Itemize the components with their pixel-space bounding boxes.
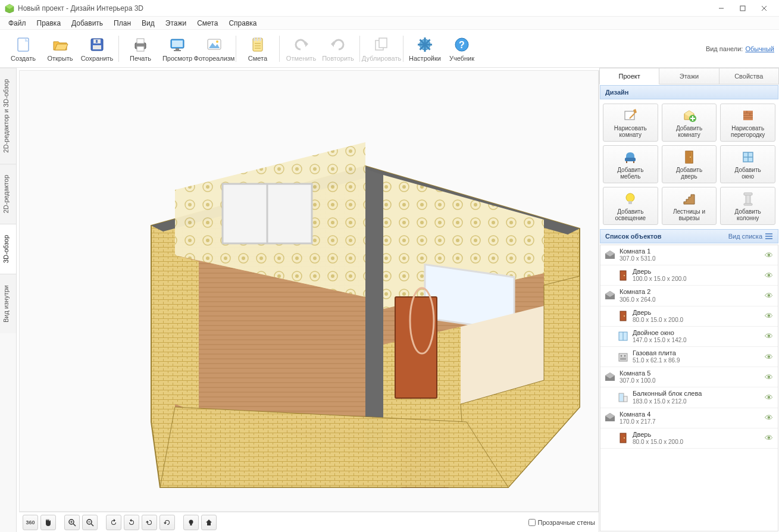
- door-icon: [617, 270, 629, 281]
- design-header-label: Дизайн: [605, 89, 628, 96]
- svg-marker-58: [175, 255, 199, 413]
- object-room[interactable]: Комната 2 306.0 x 264.0 👁: [600, 286, 778, 306]
- svg-rect-24: [256, 37, 258, 41]
- rotate-down-button[interactable]: [159, 515, 175, 530]
- preview-button[interactable]: Просмотр: [159, 32, 196, 65]
- panel-mode-link[interactable]: Обычный: [745, 45, 774, 52]
- preview-icon: [168, 36, 186, 54]
- rotate-up-button[interactable]: [142, 515, 157, 530]
- svg-rect-129: [619, 393, 624, 402]
- visibility-icon[interactable]: 👁: [765, 251, 774, 260]
- list-mode-toggle[interactable]: Вид списка: [728, 232, 773, 240]
- menu-этажи[interactable]: Этажи: [161, 18, 191, 29]
- menu-правка[interactable]: Правка: [32, 18, 66, 29]
- settings-button[interactable]: Настройки: [406, 32, 443, 65]
- vtab-Вид изнутри[interactable]: Вид изнутри: [0, 274, 16, 333]
- stairs-button[interactable]: Лестницы и вырезы: [662, 187, 717, 225]
- visibility-icon[interactable]: 👁: [765, 352, 774, 362]
- object-dimensions: 307.0 x 531.0: [620, 255, 761, 262]
- svg-rect-95: [626, 161, 627, 163]
- print-button[interactable]: Печать: [122, 32, 159, 65]
- visibility-icon[interactable]: 👁: [765, 331, 774, 341]
- open-label: Открыть: [47, 55, 73, 62]
- light-button[interactable]: [183, 515, 199, 530]
- settings-label: Настройки: [409, 55, 441, 62]
- save-button[interactable]: Сохранить: [79, 32, 115, 65]
- estimate-button[interactable]: Смета: [239, 32, 276, 65]
- object-door[interactable]: Дверь 80.0 x 15.0 x 200.0 👁: [600, 428, 778, 449]
- menu-план[interactable]: План: [109, 18, 136, 29]
- menu-файл[interactable]: Файл: [4, 18, 31, 29]
- zoom-in-button[interactable]: [64, 515, 80, 530]
- menu-вид[interactable]: Вид: [137, 18, 159, 29]
- rotate-right-button[interactable]: [124, 515, 139, 530]
- create-button[interactable]: Создать: [5, 32, 42, 65]
- svg-rect-25: [259, 37, 261, 41]
- add-door-button[interactable]: Добавить дверь: [662, 145, 717, 183]
- photoreal-button[interactable]: Фотореализм: [196, 32, 233, 65]
- object-room[interactable]: Комната 1 307.0 x 531.0 👁: [600, 245, 778, 265]
- side-panel-tabs: ПроектЭтажиСвойства: [599, 68, 779, 85]
- object-stove[interactable]: Газовая плита 51.0 x 62.1 x 86.9 👁: [600, 347, 778, 367]
- view-360-button[interactable]: 360: [23, 515, 38, 530]
- object-window[interactable]: Двойное окно 147.0 x 15.0 x 142.0 👁: [600, 327, 778, 347]
- rtab-Свойства[interactable]: Свойства: [719, 68, 779, 84]
- object-door[interactable]: Дверь 80.0 x 15.0 x 200.0 👁: [600, 306, 778, 327]
- menu-смета[interactable]: Смета: [192, 18, 223, 29]
- svg-point-124: [621, 355, 622, 356]
- object-dimensions: 100.0 x 15.0 x 200.0: [633, 276, 761, 283]
- photoreal-icon: [205, 36, 223, 54]
- minimize-button[interactable]: [711, 2, 731, 15]
- panel-mode-label: Вид панели:: [706, 45, 743, 52]
- object-balcony[interactable]: Балконный блок слева 183.0 x 15.0 x 212.…: [600, 387, 778, 408]
- rtab-Проект[interactable]: Проект: [599, 68, 659, 85]
- svg-rect-126: [620, 358, 626, 360]
- vtab-2D-редактор[interactable]: 2D-редактор: [0, 164, 16, 224]
- visibility-icon[interactable]: 👁: [765, 433, 774, 443]
- open-button[interactable]: Открыть: [42, 32, 79, 65]
- rtab-Этажи[interactable]: Этажи: [659, 68, 719, 84]
- object-name: Двойное окно: [633, 329, 761, 337]
- rotate-left-button[interactable]: [106, 515, 121, 530]
- add-window-button[interactable]: Добавить окно: [720, 145, 775, 183]
- pan-button[interactable]: [40, 515, 56, 530]
- add-lighting-button[interactable]: Добавить освещение: [603, 187, 658, 225]
- object-room[interactable]: Комната 5 307.0 x 100.0 👁: [600, 367, 778, 387]
- menu-добавить[interactable]: Добавить: [67, 18, 108, 29]
- menu-bar: ФайлПравкаДобавитьПланВидЭтажиСметаСправ…: [0, 17, 779, 30]
- add-room-button[interactable]: Добавить комнату: [662, 104, 717, 142]
- svg-point-21: [216, 40, 218, 43]
- visibility-icon[interactable]: 👁: [765, 291, 774, 301]
- svg-rect-81: [190, 524, 192, 525]
- redo-icon: [329, 36, 347, 54]
- object-name: Комната 1: [620, 248, 761, 255]
- object-dimensions: 183.0 x 15.0 x 212.0: [633, 398, 761, 405]
- draw-partition-button[interactable]: Нарисовать перегородку: [720, 104, 775, 142]
- visibility-icon[interactable]: 👁: [765, 373, 774, 382]
- vtab-2D-редактор и 3D-обзор[interactable]: 2D-редактор и 3D-обзор: [0, 68, 16, 164]
- help-button[interactable]: ?Учебник: [443, 32, 480, 65]
- transparent-walls-checkbox[interactable]: [528, 519, 536, 526]
- draw-room-button[interactable]: Нарисовать комнату: [603, 104, 658, 142]
- visibility-icon[interactable]: 👁: [765, 413, 774, 423]
- visibility-icon[interactable]: 👁: [765, 393, 774, 402]
- visibility-icon[interactable]: 👁: [765, 311, 774, 321]
- object-door[interactable]: Дверь 100.0 x 15.0 x 200.0 👁: [600, 265, 778, 286]
- menu-справка[interactable]: Справка: [224, 18, 261, 29]
- svg-point-116: [624, 275, 625, 276]
- balcony-icon: [617, 392, 629, 403]
- svg-rect-110: [765, 233, 772, 234]
- maximize-button[interactable]: [733, 2, 753, 15]
- vtab-3D-обзор[interactable]: 3D-обзор: [0, 224, 16, 274]
- zoom-out-button[interactable]: [82, 515, 98, 530]
- object-room[interactable]: Комната 4 170.0 x 217.7 👁: [600, 408, 778, 428]
- visibility-icon[interactable]: 👁: [765, 271, 774, 280]
- add-column-button[interactable]: Добавить колонну: [720, 187, 775, 225]
- add-furniture-button[interactable]: Добавить мебель: [603, 145, 658, 183]
- help-icon: ?: [453, 36, 471, 54]
- viewport-3d[interactable]: [19, 70, 599, 512]
- svg-rect-133: [620, 433, 626, 443]
- add-column-label: Добавить колонну: [735, 208, 761, 221]
- close-button[interactable]: [754, 2, 774, 15]
- home-button[interactable]: [201, 515, 217, 530]
